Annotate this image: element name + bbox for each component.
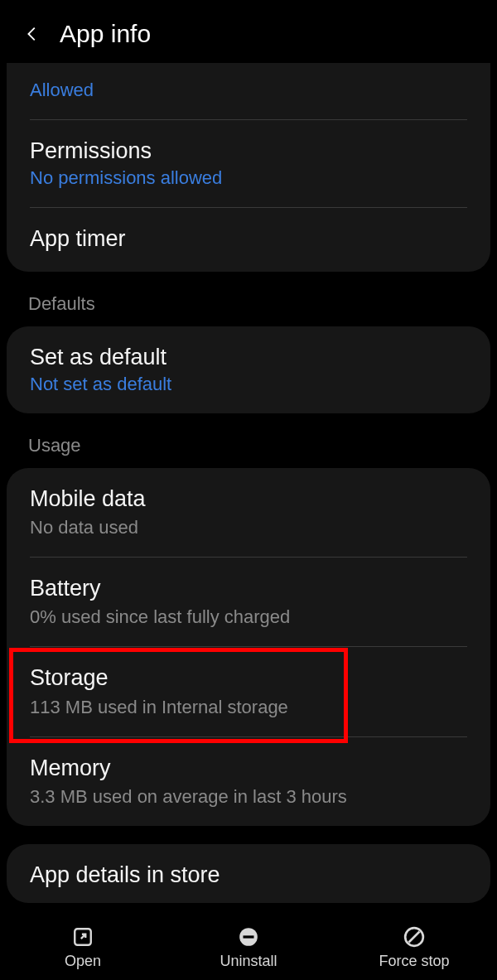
notifications-row[interactable]: Notifications Allowed [7,63,490,119]
permissions-title: Permissions [30,137,467,166]
usage-card: Mobile data No data used Battery 0% used… [7,468,490,825]
app-timer-title: App timer [30,224,467,253]
svg-rect-2 [244,935,254,938]
storage-title: Storage [30,664,467,693]
open-label: Open [65,953,101,970]
set-default-row[interactable]: Set as default Not set as default [7,326,490,413]
memory-row[interactable]: Memory 3.3 MB used on average in last 3 … [7,737,490,826]
app-details-card: App details in store [7,844,490,903]
permissions-row[interactable]: Permissions No permissions allowed [7,120,490,207]
app-details-title: App details in store [30,861,467,890]
force-stop-label: Force stop [379,953,449,970]
uninstall-button[interactable]: Uninstall [166,926,331,970]
usage-section-label: Usage [0,413,497,468]
app-details-row[interactable]: App details in store [7,844,490,903]
memory-title: Memory [30,754,467,783]
open-button[interactable]: Open [0,926,166,970]
header: App info [0,0,497,63]
force-stop-icon [403,926,425,948]
set-default-status: Not set as default [30,374,467,395]
settings-card-1: Notifications Allowed Permissions No per… [7,63,490,272]
memory-status: 3.3 MB used on average in last 3 hours [30,786,467,808]
mobile-data-row[interactable]: Mobile data No data used [7,468,490,557]
battery-status: 0% used since last fully charged [30,606,467,628]
defaults-section-label: Defaults [0,272,497,326]
permissions-status: No permissions allowed [30,167,467,189]
back-icon[interactable] [23,25,41,43]
bottom-bar: Open Uninstall Force stop [0,913,497,980]
uninstall-icon [238,926,259,948]
force-stop-button[interactable]: Force stop [331,926,497,970]
storage-row[interactable]: Storage 113 MB used in Internal storage [7,647,490,736]
page-title: App info [60,20,151,48]
app-timer-row[interactable]: App timer [7,208,490,272]
battery-title: Battery [30,574,467,603]
storage-status: 113 MB used in Internal storage [30,697,467,718]
uninstall-label: Uninstall [220,953,277,970]
mobile-data-title: Mobile data [30,485,467,514]
battery-row[interactable]: Battery 0% used since last fully charged [7,558,490,646]
notifications-status: Allowed [30,80,467,101]
set-default-title: Set as default [30,343,467,372]
svg-line-4 [409,932,420,943]
notifications-title: Notifications [30,63,467,75]
defaults-card: Set as default Not set as default [7,326,490,413]
open-icon [72,926,94,948]
mobile-data-status: No data used [30,517,467,538]
